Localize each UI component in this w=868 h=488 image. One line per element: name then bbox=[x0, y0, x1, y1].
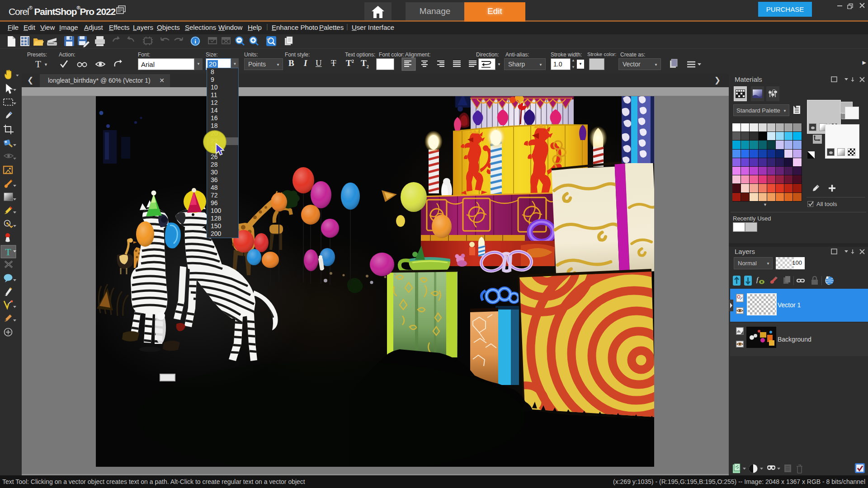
svg-text:T: T bbox=[5, 246, 11, 258]
svg-text:i: i bbox=[194, 38, 196, 45]
svg-text:f: f bbox=[756, 276, 759, 283]
